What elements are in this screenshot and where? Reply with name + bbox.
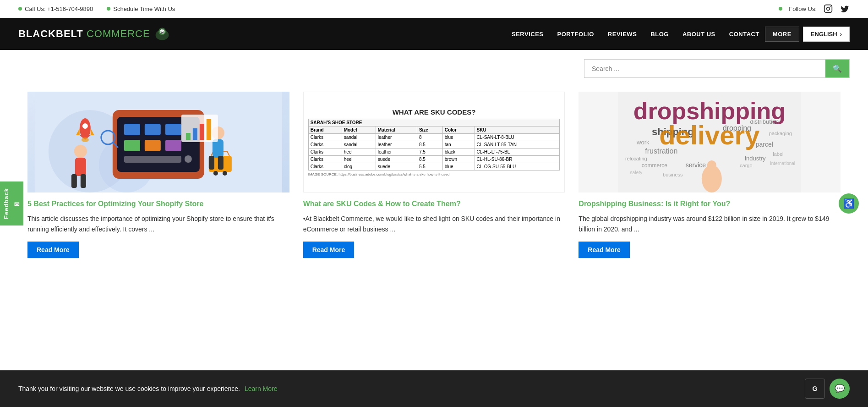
svg-rect-17 (124, 156, 181, 163)
svg-rect-42 (207, 119, 211, 140)
schedule-item[interactable]: Schedule Time With Us (107, 6, 175, 12)
sku-cell: suede (376, 155, 417, 163)
sku-col-material: Material (376, 126, 417, 133)
feedback-tab[interactable]: Feedback ✉ (0, 182, 23, 226)
sku-cell: black (442, 148, 475, 155)
blog-image-shopify (27, 92, 289, 192)
top-bar-left: Call Us: +1-516-704-9890 Schedule Time W… (18, 6, 175, 12)
svg-text:cargo: cargo (740, 163, 753, 168)
nav-link-blog[interactable]: BLOG (645, 27, 674, 41)
search-section: 🔍 (0, 50, 868, 87)
language-label: ENGLISH (811, 31, 837, 38)
sku-cell: suede (376, 163, 417, 170)
svg-rect-14 (124, 140, 140, 151)
sku-cell: blue (442, 163, 475, 170)
nav-link-contact[interactable]: CONTACT (724, 27, 765, 41)
sku-row: Clarkssandalleather8blueCL-SAN-LT-8-BLU (308, 133, 560, 141)
svg-rect-35 (218, 156, 224, 170)
svg-rect-0 (824, 5, 832, 13)
svg-rect-39 (186, 133, 191, 140)
svg-point-28 (74, 145, 87, 158)
svg-text:delivery: delivery (660, 120, 760, 150)
svg-point-1 (827, 7, 830, 11)
svg-text:parcel: parcel (756, 141, 773, 148)
sku-col-model: Model (342, 126, 376, 133)
svg-rect-31 (81, 174, 86, 188)
svg-rect-34 (209, 156, 214, 170)
nav-item-contact[interactable]: CONTACT (724, 27, 765, 41)
read-more-drop[interactable]: Read More (579, 242, 630, 258)
svg-point-2 (830, 6, 831, 7)
svg-text:packaging: packaging (769, 131, 792, 136)
sku-cell: blue (442, 133, 475, 141)
sku-source: IMAGE SOURCE: https://business.adobe.com… (308, 172, 560, 176)
blog-title-sku: What are SKU Codes & How to Create Them? (303, 199, 565, 209)
blog-card-drop: dropshipping shipping dropping distribut… (579, 92, 841, 258)
search-button[interactable]: 🔍 (825, 60, 849, 77)
logo-icon: 🥋 (153, 25, 171, 43)
svg-text:international: international (770, 161, 795, 166)
sku-cell: 8 (417, 133, 442, 141)
sku-cell: Clarks (308, 141, 342, 148)
blog-excerpt-shopify: This article discusses the importance of… (27, 214, 289, 234)
svg-text:relocating: relocating (625, 156, 647, 161)
sku-cell: Clarks (308, 133, 342, 141)
search-input[interactable] (584, 60, 825, 77)
sku-cell: heel (342, 155, 376, 163)
svg-rect-12 (145, 124, 161, 135)
svg-rect-15 (145, 140, 161, 151)
svg-point-26 (213, 171, 218, 176)
blog-card-shopify: 5 Best Practices for Optimizing Your Sho… (27, 92, 289, 258)
nav-item-about[interactable]: ABOUT US (677, 27, 721, 41)
instagram-icon[interactable] (823, 4, 833, 14)
svg-text:label: label (773, 151, 784, 157)
sku-table-store: SARAH'S SHOE STORE (308, 119, 560, 126)
sku-col-sku: SKU (475, 126, 560, 133)
svg-rect-13 (165, 124, 181, 135)
blog-image-drop: dropshipping shipping dropping distribut… (579, 92, 841, 192)
call-label: Call Us: +1-516-704-9890 (25, 6, 93, 12)
sku-cell: CL-SAN-LT-85-TAN (475, 141, 560, 148)
sku-cell: leather (376, 141, 417, 148)
schedule-link[interactable]: Schedule Time With Us (113, 6, 175, 12)
read-more-sku[interactable]: Read More (303, 242, 355, 258)
sku-row: Clarkssandalleather8.5tanCL-SAN-LT-85-TA… (308, 141, 560, 148)
logo-black: BLACKBELT (18, 28, 83, 39)
read-more-shopify[interactable]: Read More (27, 242, 79, 258)
twitter-icon[interactable] (840, 4, 850, 14)
feedback-icon: ✉ (13, 200, 21, 208)
nav-link-services[interactable]: SERVICES (506, 27, 549, 41)
dropshipping-svg: dropshipping shipping dropping distribut… (579, 92, 841, 192)
svg-point-27 (223, 171, 227, 176)
nav-link-portfolio[interactable]: PORTFOLIO (552, 27, 600, 41)
blog-image-sku: WHAT ARE SKU CODES? SARAH'S SHOE STORE B… (303, 92, 565, 192)
top-bar: Call Us: +1-516-704-9890 Schedule Time W… (0, 0, 868, 18)
accessibility-button[interactable]: ♿ (839, 193, 859, 214)
sku-image-title: WHAT ARE SKU CODES? (308, 108, 560, 116)
sku-cell: CL-SAN-LT-8-BLU (475, 133, 560, 141)
language-button[interactable]: ENGLISH › (803, 27, 850, 42)
svg-point-24 (82, 138, 89, 142)
sku-cell: tan (442, 141, 475, 148)
sku-row: Clarksheelsuede8.5brownCL-HL-SU-86-BR (308, 155, 560, 163)
nav-item-services[interactable]: SERVICES (506, 27, 549, 41)
logo[interactable]: BLACKBELT COMMERCE 🥋 (18, 25, 171, 43)
more-button[interactable]: MORE (765, 27, 799, 42)
chevron-right-icon: › (840, 31, 842, 38)
svg-rect-64 (705, 170, 710, 181)
svg-point-18 (185, 155, 192, 163)
sku-table-wrapper: WHAT ARE SKU CODES? SARAH'S SHOE STORE B… (304, 104, 565, 181)
nav-link-about[interactable]: ABOUT US (677, 27, 721, 41)
svg-rect-16 (165, 140, 181, 151)
call-dot (18, 7, 22, 11)
feedback-label: Feedback (3, 188, 10, 219)
sku-cell: sandal (342, 141, 376, 148)
nav-link-reviews[interactable]: REVIEWS (602, 27, 642, 41)
sku-cell: sandal (342, 133, 376, 141)
nav-item-reviews[interactable]: REVIEWS (602, 27, 642, 41)
blog-excerpt-drop: The global dropshipping industry was aro… (579, 214, 841, 234)
nav-item-blog[interactable]: BLOG (645, 27, 674, 41)
follow-dot (779, 7, 782, 11)
svg-text:service: service (686, 161, 706, 169)
nav-item-portfolio[interactable]: PORTFOLIO (552, 27, 600, 41)
